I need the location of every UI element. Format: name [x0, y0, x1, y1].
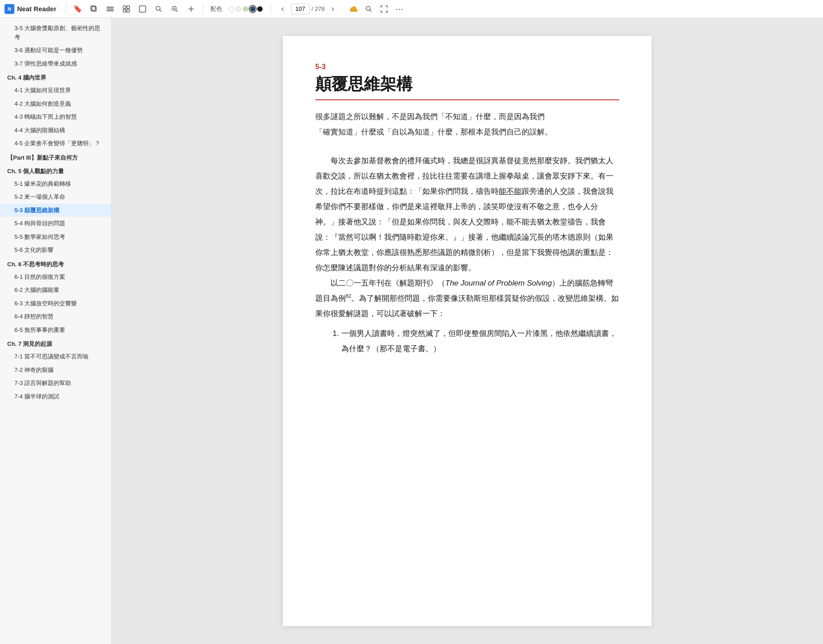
section-divider [315, 99, 619, 100]
svg-rect-4 [107, 10, 114, 11]
sidebar-item-4-5[interactable]: 4-5 企業會不會變得「更聰明」？ [0, 137, 111, 150]
sidebar-group-ch5: Ch. 5 個人觀點的力量 [0, 164, 111, 177]
sidebar-item-3-7[interactable]: 3-7 彈性思維帶來成就感 [0, 57, 111, 71]
svg-rect-6 [127, 6, 130, 9]
sidebar-item-4-3[interactable]: 4-3 螞蟻由下而上的智慧 [0, 110, 111, 124]
section-title: 顛覆思維架構 [315, 74, 619, 95]
svg-point-17 [366, 6, 370, 10]
sidebar-item-6-2[interactable]: 6-2 大腦的腦能量 [0, 283, 111, 297]
svg-rect-5 [123, 6, 126, 9]
bookmark-icon[interactable]: 🔖 [72, 3, 84, 15]
sidebar-item-5-4[interactable]: 5-4 狗與骨頭的問題 [0, 217, 111, 230]
color-dots [228, 6, 263, 12]
sidebar-group-partIII: 【Part III】新點子來自何方 [0, 150, 111, 164]
menu-icon[interactable] [104, 3, 116, 15]
page-sep: / [312, 5, 313, 12]
grid-icon[interactable] [120, 3, 133, 15]
sidebar-item-5-1[interactable]: 5-1 爆米花的典範轉移 [0, 177, 111, 191]
color-black[interactable] [257, 6, 263, 12]
sidebar-item-5-6[interactable]: 5-6 文化的影響 [0, 243, 111, 257]
titlebar-right: ··· [347, 3, 406, 15]
color-light[interactable] [236, 6, 241, 12]
sidebar-item-5-3[interactable]: 5-3 顛覆思維架構 [0, 204, 111, 217]
italic-journal: The Journal of Problem Solving [445, 279, 552, 287]
footnote-82: 82 [346, 293, 351, 299]
sidebar-item-6-5[interactable]: 6-5 無所事事的重要 [0, 323, 111, 337]
logo-icon: N [4, 4, 14, 14]
layout-icon[interactable] [136, 3, 149, 15]
prev-page-button[interactable]: ‹ [277, 3, 289, 15]
svg-rect-3 [107, 9, 114, 9]
sep1 [66, 4, 66, 14]
page-number-input[interactable] [291, 4, 310, 14]
section-quote: 很多謎題之所以難解，不是因為我們「不知道」什麼，而是因為我們「確實知道」什麼或「… [315, 109, 619, 140]
sidebar-item-7-3[interactable]: 7-3 語言與解題的幫助 [0, 376, 111, 390]
titlebar: N Neat Reader 🔖 配色 ‹ / 278 › [0, 0, 823, 18]
svg-rect-7 [123, 9, 126, 12]
sidebar-item-5-2[interactable]: 5-2 來一場個人革命 [0, 190, 111, 204]
color-green[interactable] [243, 6, 248, 12]
sidebar-item-6-1[interactable]: 6-1 目然的個復方案 [0, 270, 111, 284]
search-right-icon[interactable] [362, 3, 375, 15]
search-icon[interactable] [152, 3, 165, 15]
sidebar-group-ch6: Ch. 6 不思考時的思考 [0, 257, 111, 270]
app-logo: N Neat Reader [4, 4, 57, 14]
svg-rect-9 [139, 6, 146, 12]
fullscreen-icon[interactable] [378, 3, 390, 15]
svg-rect-8 [127, 9, 130, 12]
color-label: 配色 [210, 5, 222, 13]
sep2 [203, 4, 203, 14]
svg-line-18 [370, 10, 371, 12]
add-bookmark-icon[interactable] [185, 3, 197, 15]
sidebar-item-7-4[interactable]: 7-4 腦半球的測試 [0, 390, 111, 403]
copy-icon[interactable] [88, 3, 100, 15]
sidebar-group-ch7: Ch. 7 洞見的起源 [0, 336, 111, 350]
numbered-list: 一個男人讀書時，燈突然滅了，但即使整個房間陷入一片漆黑，他依然繼續讀書，為什麼？… [330, 326, 619, 357]
sidebar-item-3-5[interactable]: 3-5 大腦會獎勵原創、藝術性的思考 [0, 22, 111, 44]
list-item-1: 一個男人讀書時，燈突然滅了，但即使整個房間陷入一片漆黑，他依然繼續讀書，為什麼？… [341, 326, 620, 357]
section-label: 5-3 [315, 63, 619, 71]
sep3 [271, 4, 271, 14]
sidebar-item-7-2[interactable]: 7-2 神奇的裂腦 [0, 363, 111, 377]
color-white[interactable] [228, 6, 234, 12]
book-page: 5-3 顛覆思維架構 很多謎題之所以難解，不是因為我們「不知道」什麼，而是因為我… [283, 36, 652, 626]
sidebar-group-ch4: Ch. 4 腦內世界 [0, 70, 111, 84]
sidebar-item-3-6[interactable]: 3-6 遇動症可能是一種優勢 [0, 44, 111, 57]
sidebar-item-6-3[interactable]: 6-3 大腦放空時的交響樂 [0, 297, 111, 310]
color-dark-blue[interactable] [250, 6, 255, 12]
sidebar-item-4-2[interactable]: 4-2 大腦如何創造意義 [0, 97, 111, 111]
sidebar-item-4-1[interactable]: 4-1 大腦如何呈現世界 [0, 84, 111, 97]
page-navigation: ‹ / 278 › [277, 3, 339, 15]
cloud-icon[interactable] [347, 3, 360, 15]
app-title: Neat Reader [17, 5, 57, 13]
svg-point-10 [156, 6, 160, 10]
content-area: 5-3 顛覆思維架構 很多謎題之所以難解，不是因為我們「不知道」什麼，而是因為我… [112, 18, 823, 644]
sidebar-item-7-1[interactable]: 7-1 當不可思議變成不言而喻 [0, 350, 111, 363]
svg-line-13 [176, 10, 178, 12]
main-layout: 3-5 大腦會獎勵原創、藝術性的思考 3-6 遇動症可能是一種優勢 3-7 彈性… [0, 18, 823, 644]
next-page-button[interactable]: › [327, 3, 339, 15]
highlight-text: 能不能 [499, 187, 522, 196]
paragraph-2: 以二〇一五年刊在《解題期刊》（The Journal of Problem So… [315, 276, 619, 322]
sidebar-item-4-4[interactable]: 4-4 大腦的階層結構 [0, 124, 111, 137]
search2-icon[interactable] [169, 3, 181, 15]
sidebar: 3-5 大腦會獎勵原創、藝術性的思考 3-6 遇動症可能是一種優勢 3-7 彈性… [0, 18, 112, 644]
paragraph-1: 每次去參加基督教會的禮拜儀式時，我總是很訝異基督徒竟然那麼安靜。我們猶太人喜歡交… [315, 153, 619, 276]
svg-line-11 [160, 10, 161, 12]
sidebar-item-5-5[interactable]: 5-5 數學家如何思考 [0, 230, 111, 244]
more-icon[interactable]: ··· [393, 3, 406, 15]
page-total: 278 [315, 5, 325, 12]
svg-rect-2 [107, 7, 114, 8]
sidebar-item-6-4[interactable]: 6-4 靜想的智慧 [0, 310, 111, 323]
